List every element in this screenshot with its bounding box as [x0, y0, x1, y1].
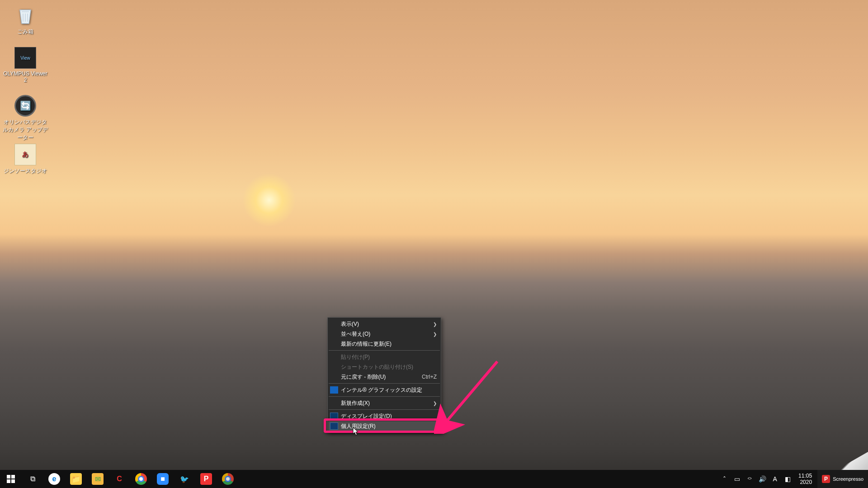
taskbar-app-chrome[interactable] — [130, 470, 152, 488]
desktop-icon-label: OLYMPUS Viewer 2 — [3, 70, 48, 83]
desktop-icon-recycle-bin[interactable]: ごみ箱 — [3, 5, 48, 36]
chevron-right-icon: ❯ — [433, 322, 437, 327]
task-view-button[interactable]: ⧉ — [22, 470, 43, 488]
chevron-right-icon: ❯ — [433, 401, 437, 406]
olympus-viewer-icon: View — [14, 47, 36, 69]
blank-icon — [330, 373, 338, 380]
desktop-icon-olympus-viewer[interactable]: View OLYMPUS Viewer 2 — [3, 47, 48, 83]
task-view-icon: ⧉ — [30, 475, 35, 483]
edge-icon: e — [48, 473, 60, 485]
taskbar-app-p[interactable]: P — [195, 470, 217, 488]
ctx-view[interactable]: 表示(V) ❯ — [328, 319, 440, 329]
ctx-label: 新規作成(X) — [341, 399, 370, 407]
ctx-new[interactable]: 新規作成(X) ❯ — [328, 398, 440, 408]
intel-icon — [330, 386, 338, 394]
start-button[interactable] — [0, 470, 22, 488]
mail-icon: ✉ — [92, 473, 104, 485]
olympus-updater-icon: 🔄 — [14, 95, 36, 117]
chrome-icon — [222, 473, 234, 485]
blank-icon — [330, 330, 338, 338]
ctx-label: インテル® グラフィックスの設定 — [341, 386, 422, 394]
ctx-label: 最新の情報に更新(E) — [341, 340, 392, 348]
svg-rect-2 — [11, 475, 15, 479]
svg-rect-3 — [7, 479, 10, 483]
recycle-bin-icon — [14, 5, 36, 26]
ctx-shortcut: Ctrl+Z — [422, 374, 437, 380]
ctx-undo[interactable]: 元に戻す - 削除(U) Ctrl+Z — [328, 372, 440, 382]
taskbar-app-mail[interactable]: ✉ — [87, 470, 108, 488]
ctx-paste: 貼り付け(P) — [328, 352, 440, 362]
ctx-label: ディスプレイ設定(D) — [341, 413, 392, 420]
tray-chevron-up-icon[interactable]: ˄ — [720, 475, 729, 483]
desktop-icon-olympus-updater[interactable]: 🔄 オリンパスデジタルカメラ アップデーター — [3, 95, 48, 141]
ctx-sort[interactable]: 並べ替え(O) ❯ — [328, 329, 440, 339]
blank-icon — [330, 363, 338, 371]
desktop-icon-label: ごみ箱 — [3, 28, 48, 36]
blank-icon — [330, 353, 338, 361]
chevron-right-icon: ❯ — [433, 332, 437, 337]
taskbar-app-edge[interactable]: e — [43, 470, 65, 488]
taskbar-app-bird[interactable]: 🐦 — [174, 470, 195, 488]
tray-volume-icon[interactable]: 🔊 — [758, 475, 767, 483]
ctx-label: 貼り付け(P) — [341, 353, 370, 361]
blank-icon — [330, 399, 338, 407]
separator — [329, 396, 440, 397]
ctx-label: 並べ替え(O) — [341, 330, 370, 338]
taskbar-app-chrome-2[interactable] — [217, 470, 239, 488]
ctx-paste-shortcut: ショートカットの貼り付け(S) — [328, 362, 440, 372]
windows-logo-icon — [7, 475, 15, 483]
tray-battery-icon[interactable]: ▭ — [732, 475, 741, 483]
p-app-icon: P — [200, 473, 212, 485]
ctx-display-settings[interactable]: ディスプレイ設定(D) — [328, 411, 440, 421]
file-explorer-icon: 📁 — [70, 473, 82, 485]
system-tray: ˄ ▭ ⌔ 🔊 A ◧ 11:05 2020 — [717, 473, 817, 485]
svg-line-0 — [448, 361, 497, 420]
ctx-label: 表示(V) — [341, 320, 359, 328]
ctx-refresh[interactable]: 最新の情報に更新(E) — [328, 339, 440, 349]
separator — [329, 409, 440, 410]
desktop-icon-label: ジンソースタジオ — [3, 167, 48, 175]
clock-date: 2020 — [798, 479, 812, 485]
bird-icon: 🐦 — [179, 473, 190, 485]
separator — [329, 383, 440, 384]
screenpresso-logo-icon: P — [822, 475, 830, 483]
ctx-personalize[interactable]: 個人用設定(R) — [328, 421, 440, 431]
taskbar-clock[interactable]: 11:05 2020 — [796, 473, 815, 485]
tray-ime-icon[interactable]: ◧ — [783, 475, 792, 483]
ctx-label: 個人用設定(R) — [341, 422, 376, 430]
taskbar-app-ccleaner[interactable]: C — [108, 470, 130, 488]
chrome-icon — [135, 473, 147, 485]
jinsou-studio-icon: あ — [14, 144, 36, 165]
desktop-icon-label: オリンパスデジタルカメラ アップデーター — [3, 118, 48, 141]
zoom-icon: ■ — [157, 473, 169, 485]
desktop-icon-jinsou-studio[interactable]: あ ジンソースタジオ — [3, 144, 48, 175]
tray-ime-indicator[interactable]: A — [770, 475, 779, 483]
svg-rect-4 — [11, 479, 15, 483]
ctx-intel-graphics[interactable]: インテル® グラフィックスの設定 — [328, 385, 440, 395]
annotation-arrow — [434, 357, 506, 434]
display-settings-icon — [330, 413, 338, 420]
desktop[interactable]: ごみ箱 View OLYMPUS Viewer 2 🔄 オリンパスデジタルカメラ… — [0, 0, 868, 488]
blank-icon — [330, 340, 338, 347]
separator — [329, 350, 440, 351]
desktop-context-menu: 表示(V) ❯ 並べ替え(O) ❯ 最新の情報に更新(E) 貼り付け(P) ショ… — [327, 317, 441, 433]
ctx-label: 元に戻す - 削除(U) — [341, 373, 386, 381]
blank-icon — [330, 320, 338, 328]
svg-rect-1 — [7, 475, 10, 479]
taskbar-app-zoom[interactable]: ■ — [152, 470, 174, 488]
screenpresso-widget[interactable]: P Screenpresso — [817, 470, 868, 488]
taskbar: ⧉ e 📁 ✉ C ■ 🐦 P ˄ ▭ ⌔ 🔊 A ◧ 11:05 2020 P… — [0, 470, 868, 488]
ccleaner-icon: C — [113, 473, 125, 485]
personalize-icon — [330, 422, 338, 430]
taskbar-app-explorer[interactable]: 📁 — [65, 470, 87, 488]
ctx-label: ショートカットの貼り付け(S) — [341, 363, 413, 371]
screenpresso-label: Screenpresso — [833, 476, 863, 482]
page-curl-decoration — [836, 452, 868, 470]
tray-wifi-icon[interactable]: ⌔ — [745, 475, 754, 483]
clock-time: 11:05 — [798, 473, 812, 479]
